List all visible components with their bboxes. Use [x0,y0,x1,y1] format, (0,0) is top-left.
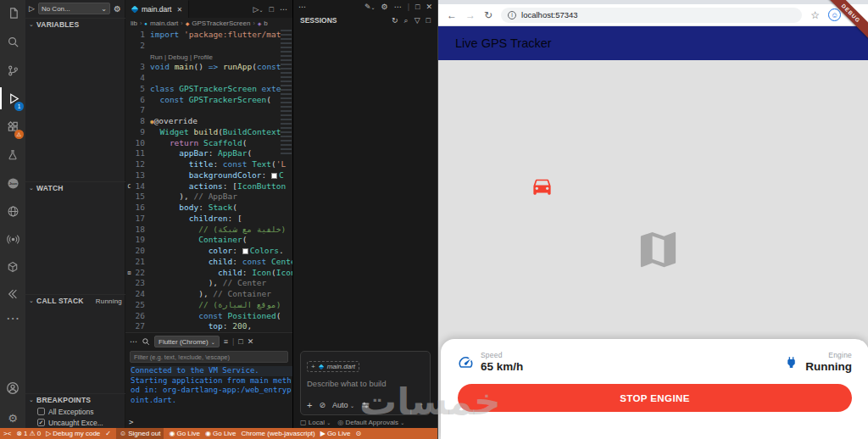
search-icon[interactable]: ⌕ [404,16,409,25]
gutter-marker[interactable] [125,148,133,159]
gutter-marker[interactable] [125,95,133,106]
line-number[interactable]: 9 [133,127,150,138]
line-number[interactable]: 27 [133,321,150,332]
approvals-selector[interactable]: ◎ Default Approvals ⌄ [337,419,404,426]
gutter-marker[interactable] [125,105,133,116]
split-editor-icon[interactable]: □ [270,5,274,14]
search-icon[interactable] [0,31,25,53]
gutter-marker[interactable] [125,127,133,138]
line-number[interactable]: 25 [133,300,150,311]
attachment-chip[interactable]: + main.dart [307,361,359,372]
start-debug-icon[interactable]: ▷ [29,4,35,13]
console-prompt[interactable]: > [129,418,133,426]
new-chat-icon[interactable]: ✎⌄ [364,3,376,11]
back-icon[interactable]: ← [447,9,457,21]
code-lines[interactable]: 1import 'package:flutter/mat2Run | Debug… [125,30,292,332]
add-context-icon[interactable]: + [307,400,312,410]
checkbox-unchecked[interactable] [37,408,45,415]
gutter-marker[interactable] [125,203,133,214]
gutter-marker[interactable] [125,321,133,332]
line-number[interactable]: 13 [133,170,150,181]
breakpoint-all-exceptions[interactable]: All Exceptions [25,406,125,417]
explorer-icon[interactable] [0,2,25,24]
stop-engine-button[interactable]: STOP ENGINE [458,384,852,412]
filter-icon[interactable]: ▽ [415,16,420,25]
reload-icon[interactable]: ↻ [484,9,492,21]
checkbox-checked[interactable]: ✓ [37,419,45,426]
gutter-marker[interactable]: ⊡ [125,268,133,279]
line-number[interactable]: 4 [133,73,150,84]
bookmark-star-icon[interactable]: ☆ [810,9,820,21]
forward-icon[interactable]: → [465,9,476,21]
testing-icon[interactable] [0,144,25,166]
more-actions-icon[interactable]: ⋯ [130,337,137,346]
check-status-icon[interactable]: ✓ [105,430,111,437]
breadcrumb-file[interactable]: main.dart [150,19,178,27]
gutter-marker[interactable] [125,311,133,322]
gutter-marker[interactable] [125,170,133,181]
line-number[interactable]: 26 [133,311,150,322]
package-icon[interactable] [0,256,25,278]
line-number[interactable]: 1 [133,30,150,41]
split-icon[interactable]: □ [426,16,431,25]
line-number[interactable]: 15 [133,192,150,203]
gutter-marker[interactable] [125,41,133,52]
tools-icon[interactable]: ⊘ [319,401,326,409]
breadcrumb-lib[interactable]: lib [131,19,137,27]
more-views-icon[interactable]: ⋯ [0,307,25,329]
settings-gear-icon[interactable]: ⚙ [0,407,25,429]
line-number[interactable]: 10 [133,138,150,149]
line-number[interactable]: 24 [133,289,150,300]
chat-settings-gear-icon[interactable]: ⚙ [381,3,388,11]
go-live-button-3[interactable]: ▶ Go Live [320,430,351,437]
tab-main-dart[interactable]: main.dart ✕ [125,0,189,18]
chat-input-card[interactable]: + main.dart Describe what to build + ⊘ A… [300,351,431,415]
flutter-icon[interactable] [0,283,25,305]
line-number[interactable]: 22 [133,268,150,279]
maximize-panel-icon[interactable]: □ [238,337,242,346]
line-number[interactable]: 19 [133,235,150,246]
chat-input-placeholder[interactable]: Describe what to build [307,379,424,388]
broadcast-icon[interactable] [0,228,25,250]
gutter-marker[interactable] [125,116,133,127]
line-number[interactable] [133,52,150,63]
gutter-marker[interactable] [125,62,133,73]
call-stack-section[interactable]: ⌄ CALL STACK Running [25,294,125,307]
gutter-marker[interactable]: C [125,181,133,192]
url-text[interactable]: localhost:57343 [521,10,578,19]
search-icon[interactable] [142,337,150,346]
maximize-icon[interactable]: □ [415,3,420,11]
breakpoint-uncaught-exceptions[interactable]: ✓ Uncaught Exce... [25,417,125,428]
line-number[interactable]: 20 [133,246,150,257]
line-number[interactable]: 17 [133,214,150,225]
site-info-icon[interactable]: i [508,11,516,19]
console-session-dropdown[interactable]: Flutter (Chrome) ⌄ [154,336,220,347]
gutter-marker[interactable] [125,159,133,170]
codelens-actions[interactable]: Run | Debug | Profile [150,53,213,61]
extensions-icon[interactable]: ⚠ [0,115,25,137]
breadcrumb[interactable]: lib › ● main.dart › ◆ GPSTrackerScreen ›… [125,18,292,29]
refresh-icon[interactable]: ↻ [392,16,398,25]
remote-indicator[interactable]: >< [3,430,11,437]
go-live-button-1[interactable]: ◉ Go Live [169,430,200,437]
line-number[interactable]: 8 [133,116,150,127]
json-tools-icon[interactable]: Json [0,172,25,194]
go-live-button-2[interactable]: ◉ Go Live [205,430,236,437]
line-number[interactable]: 12 [133,159,150,170]
browser-profile-avatar[interactable]: ☺ [828,8,841,21]
close-tab-icon[interactable]: ✕ [176,6,182,14]
line-number[interactable]: 2 [133,41,150,52]
line-number[interactable]: 16 [133,203,150,214]
run-or-debug-icon[interactable]: ▷⌄ [253,5,264,14]
line-number[interactable]: 23 [133,278,150,289]
more-actions-icon[interactable]: ⋯ [394,3,402,11]
gutter-marker[interactable] [125,289,133,300]
gutter-marker[interactable] [125,52,133,63]
gutter-marker[interactable] [125,300,133,311]
gutter-marker[interactable] [125,30,133,41]
console-filter-input[interactable]: Filter (e.g. text, !exclude, \escape) [130,351,288,363]
run-debug-icon[interactable]: 1 [0,87,25,109]
wordwrap-icon[interactable]: ≡ [224,337,228,346]
line-number[interactable]: 18 [133,225,150,236]
line-number[interactable]: 21 [133,257,150,268]
